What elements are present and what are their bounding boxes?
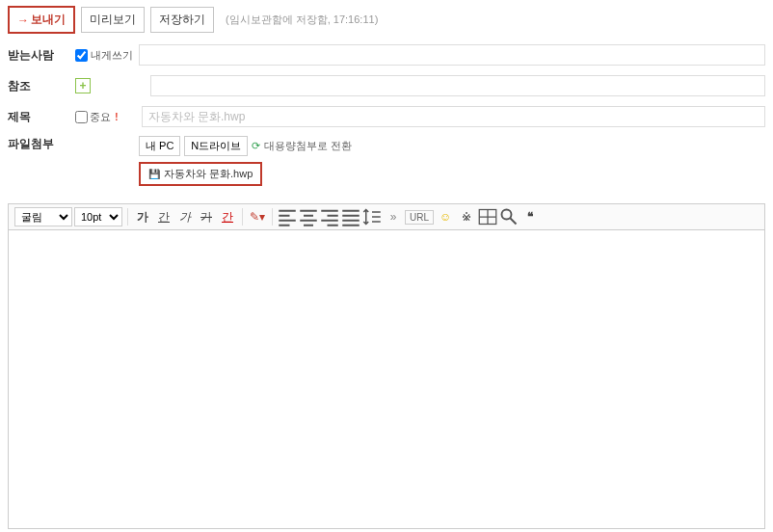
preview-button[interactable]: 미리보기: [81, 7, 145, 33]
important-mark-icon: !: [115, 111, 119, 122]
separator: [242, 208, 243, 226]
attached-file-name: 자동차와 문화.hwp: [164, 167, 253, 181]
strike-button[interactable]: 가: [197, 207, 216, 226]
compose-form: 받는사람 내게쓰기 참조 + 제목 중요 ! 파일첨부 내 PC N드라이브 ⟳: [0, 40, 773, 198]
subject-input[interactable]: [142, 106, 765, 127]
separator: [127, 208, 128, 226]
font-family-select[interactable]: 굴림: [14, 207, 72, 226]
send-label: 보내기: [31, 12, 66, 28]
cc-input[interactable]: [150, 75, 765, 96]
top-toolbar: → 보내기 미리보기 저장하기 (임시보관함에 저장함, 17:16:11): [0, 0, 773, 40]
big-attach-label[interactable]: 대용량첨부로 전환: [264, 139, 352, 153]
special-char-button[interactable]: ※: [457, 207, 476, 226]
font-color-button[interactable]: 간: [218, 207, 237, 226]
table-button[interactable]: [478, 207, 497, 226]
editor-toolbar: 굴림 10pt 가 간 가 가 간 ✎▾ » URL ☺ ※ ❝: [8, 203, 765, 230]
attachment-label: 파일첨부: [8, 136, 75, 152]
url-button[interactable]: URL: [405, 210, 434, 225]
italic-button[interactable]: 가: [175, 207, 195, 226]
line-height-button[interactable]: [362, 207, 382, 226]
svg-point-1: [502, 210, 512, 220]
my-pc-button[interactable]: 내 PC: [139, 136, 180, 156]
arrow-right-icon: →: [17, 13, 29, 27]
emoji-button[interactable]: ☺: [436, 207, 455, 226]
send-to-self-checkbox[interactable]: 내게쓰기: [75, 48, 133, 63]
align-justify-button[interactable]: [341, 207, 360, 226]
refresh-icon: ⟳: [252, 140, 260, 152]
important-checkbox[interactable]: 중요 !: [75, 110, 119, 124]
align-center-button[interactable]: [299, 207, 318, 226]
align-left-button[interactable]: [278, 207, 297, 226]
add-cc-button[interactable]: +: [75, 78, 91, 93]
subject-row: 제목 중요 !: [8, 105, 765, 128]
attach-buttons: 내 PC N드라이브 ⟳ 대용량첨부로 전환: [139, 136, 765, 156]
editor-body[interactable]: [8, 230, 765, 529]
send-to-self-input[interactable]: [75, 49, 88, 62]
save-button[interactable]: 저장하기: [150, 7, 214, 33]
bg-color-button[interactable]: ✎▾: [248, 207, 267, 226]
recipient-row: 받는사람 내게쓰기: [8, 43, 765, 66]
separator: [272, 208, 273, 226]
saved-status: (임시보관함에 저장함, 17:16:11): [226, 13, 378, 27]
find-button[interactable]: [499, 207, 519, 226]
disk-icon: 💾: [148, 169, 160, 179]
bold-button[interactable]: 가: [133, 207, 152, 226]
attached-file[interactable]: 💾 자동차와 문화.hwp: [139, 162, 262, 186]
align-right-button[interactable]: [320, 207, 339, 226]
cc-row: 참조 +: [8, 74, 765, 97]
font-size-select[interactable]: 10pt: [74, 207, 122, 226]
recipient-label: 받는사람: [8, 47, 75, 64]
cc-label: 참조: [8, 78, 75, 94]
subject-label: 제목: [8, 109, 75, 125]
ndrive-button[interactable]: N드라이브: [184, 136, 248, 156]
quote-button[interactable]: ❝: [520, 207, 540, 226]
send-button[interactable]: → 보내기: [8, 6, 75, 34]
underline-button[interactable]: 간: [154, 207, 173, 226]
recipient-input[interactable]: [139, 44, 765, 66]
important-input[interactable]: [75, 111, 88, 123]
send-to-self-label: 내게쓰기: [91, 48, 133, 63]
important-label: 중요: [90, 110, 111, 124]
more-button[interactable]: »: [384, 207, 403, 226]
attachment-row: 파일첨부 내 PC N드라이브 ⟳ 대용량첨부로 전환 💾 자동차와 문화.hw…: [8, 136, 765, 186]
